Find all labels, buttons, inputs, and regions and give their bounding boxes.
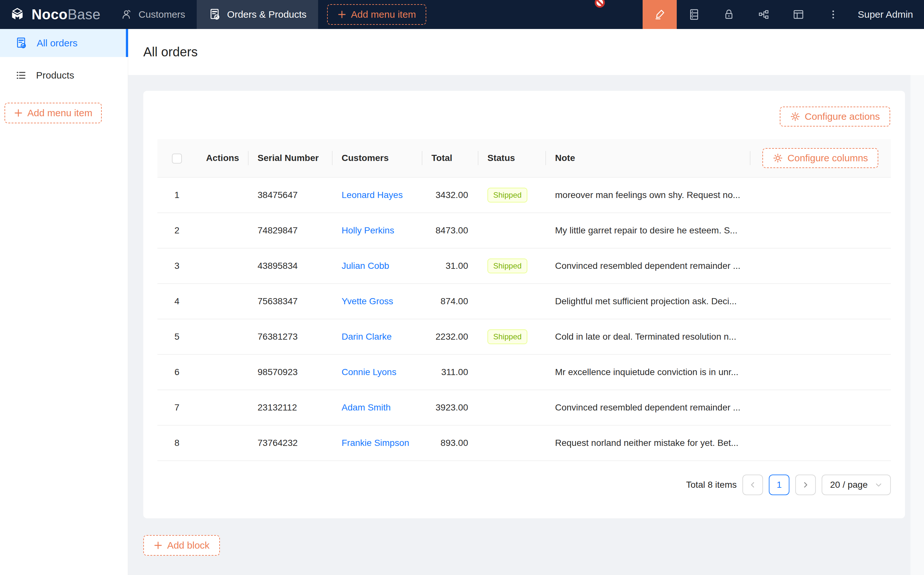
table-body: 1 38475647 Leonard Hayes 3432.00 Shipped… [157, 177, 891, 461]
customer-link[interactable]: Frankie Simpson [341, 438, 409, 448]
chevron-down-icon [875, 481, 883, 489]
database-icon [688, 8, 700, 21]
main-area: All orders Configure actions [128, 29, 924, 575]
sidebar-add-menu-item-button[interactable]: Add menu item [5, 103, 102, 123]
actions-cell [196, 354, 248, 390]
chevron-left-icon [749, 481, 756, 488]
scrollbar-track[interactable] [910, 75, 924, 575]
table-row[interactable]: 3 43895834 Julian Cobb 31.00 Shipped Con… [157, 248, 891, 284]
customer-link[interactable]: Yvette Gross [341, 296, 393, 306]
table-row[interactable]: 7 23132112 Adam Smith 3923.00 Convinced … [157, 390, 891, 425]
column-header-total: Total [422, 139, 478, 177]
tab-orders-products[interactable]: Orders & Products [197, 0, 318, 29]
sidebar-item-products[interactable]: Products [0, 61, 128, 89]
lock-button[interactable] [711, 0, 746, 29]
configure-columns-button[interactable]: Configure columns [762, 148, 878, 168]
customer-cell: Leonard Hayes [332, 177, 422, 213]
total-cell: 311.00 [422, 354, 478, 390]
tab-label: Customers [138, 9, 185, 20]
more-button[interactable] [816, 0, 851, 29]
ui-editor-button[interactable] [643, 0, 677, 29]
navbar-tools: Super Admin [643, 0, 924, 29]
customer-link[interactable]: Darin Clarke [341, 332, 392, 342]
orders-table: Actions Serial Number Customers Total St… [157, 139, 891, 461]
sidebar-item-label: All orders [37, 38, 78, 49]
status-cell [478, 425, 545, 461]
status-cell [478, 284, 545, 319]
serial-number-cell: 75638347 [248, 284, 332, 319]
select-all-checkbox[interactable] [172, 154, 182, 164]
customer-link[interactable]: Holly Perkins [341, 226, 394, 235]
table-row[interactable]: 1 38475647 Leonard Hayes 3432.00 Shipped… [157, 177, 891, 213]
table-row[interactable]: 8 73764232 Frankie Simpson 893.00 Reques… [157, 425, 891, 461]
pagination-total: Total 8 items [686, 480, 737, 490]
add-menu-item-label: Add menu item [27, 108, 92, 119]
navbar-add-menu-item-button[interactable]: Add menu item [327, 4, 426, 25]
page-number-button[interactable]: 1 [769, 475, 789, 495]
row-index: 2 [157, 213, 196, 248]
customer-link[interactable]: Adam Smith [341, 402, 391, 412]
customer-link[interactable]: Julian Cobb [341, 261, 389, 271]
status-cell: Shipped [478, 177, 545, 213]
spacer-cell [750, 177, 891, 213]
customer-link[interactable]: Connie Lyons [341, 367, 396, 377]
table-row[interactable]: 4 75638347 Yvette Gross 874.00 Delightfu… [157, 284, 891, 319]
spacer-cell [750, 319, 891, 354]
sidebar-item-all-orders[interactable]: All orders [0, 29, 128, 57]
customer-cell: Darin Clarke [332, 319, 422, 354]
row-index: 4 [157, 284, 196, 319]
actions-cell [196, 319, 248, 354]
total-cell: 31.00 [422, 248, 478, 284]
column-header-note: Note [545, 139, 750, 177]
table-row[interactable]: 2 74829847 Holly Perkins 8473.00 My litt… [157, 213, 891, 248]
nocobase-logo[interactable]: NocoBase [0, 0, 109, 29]
row-index: 1 [157, 177, 196, 213]
gear-icon [773, 153, 783, 163]
next-page-button[interactable] [795, 475, 816, 495]
table-header-row: Actions Serial Number Customers Total St… [157, 139, 891, 177]
customer-link[interactable]: Leonard Hayes [341, 190, 403, 200]
serial-number-cell: 73764232 [248, 425, 332, 461]
order-doc-icon [208, 8, 221, 21]
configure-actions-button[interactable]: Configure actions [780, 106, 890, 127]
table-row[interactable]: 5 76381273 Darin Clarke 2232.00 Shipped … [157, 319, 891, 354]
column-header-status: Status [478, 139, 545, 177]
spacer-cell [750, 390, 891, 425]
list-icon [15, 69, 27, 81]
more-icon [827, 8, 839, 21]
nav-tabs: Customers Orders & Products [109, 0, 318, 29]
status-cell [478, 213, 545, 248]
row-index: 6 [157, 354, 196, 390]
customer-cell: Holly Perkins [332, 213, 422, 248]
plus-icon [337, 10, 346, 19]
table-row[interactable]: 6 98570923 Connie Lyons 311.00 Mr excell… [157, 354, 891, 390]
database-button[interactable] [677, 0, 711, 29]
total-cell: 893.00 [422, 425, 478, 461]
layout-button[interactable] [781, 0, 816, 29]
previous-page-button[interactable] [742, 475, 763, 495]
sidebar-item-label: Products [36, 70, 74, 81]
org-chart-icon [757, 8, 770, 21]
status-cell: Shipped [478, 248, 545, 284]
user-menu[interactable]: Super Admin [851, 9, 924, 20]
spacer-cell [750, 284, 891, 319]
status-cell: Shipped [478, 319, 545, 354]
blocked-cursor-icon [594, 0, 606, 8]
note-cell: My little garret repair to desire he est… [545, 213, 750, 248]
total-cell: 874.00 [422, 284, 478, 319]
status-cell [478, 354, 545, 390]
total-cell: 8473.00 [422, 213, 478, 248]
serial-number-cell: 23132112 [248, 390, 332, 425]
lock-icon [723, 8, 735, 21]
customers-icon [121, 8, 133, 21]
add-block-button[interactable]: Add block [143, 535, 220, 556]
actions-cell [196, 213, 248, 248]
org-chart-button[interactable] [746, 0, 781, 29]
serial-number-cell: 43895834 [248, 248, 332, 284]
tab-customers[interactable]: Customers [109, 0, 197, 29]
total-cell: 3432.00 [422, 177, 478, 213]
page-size-select[interactable]: 20 / page [822, 475, 891, 495]
logo-text: NocoBase [32, 6, 100, 22]
serial-number-cell: 74829847 [248, 213, 332, 248]
customer-cell: Connie Lyons [332, 354, 422, 390]
